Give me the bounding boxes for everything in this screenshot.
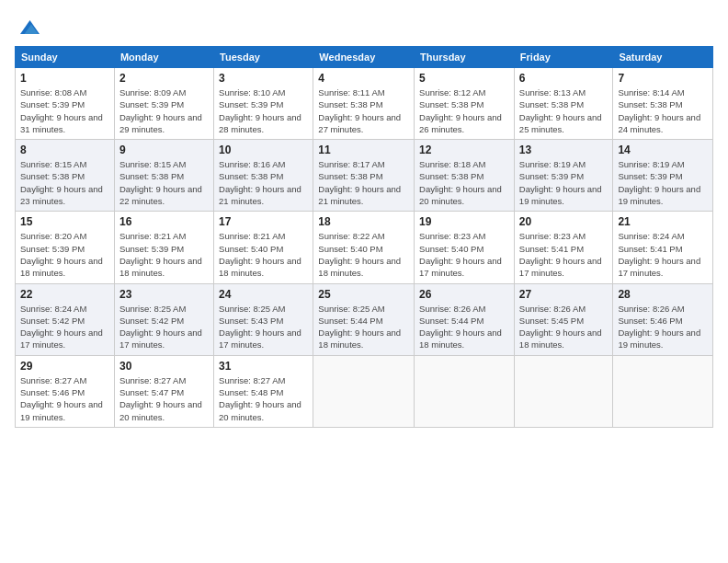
day-detail: Sunrise: 8:19 AMSunset: 5:39 PMDaylight:… bbox=[618, 158, 708, 207]
calendar-day-17: 17Sunrise: 8:21 AMSunset: 5:40 PMDayligh… bbox=[214, 212, 313, 283]
empty-cell bbox=[415, 355, 515, 427]
logo-icon bbox=[15, 15, 42, 37]
day-number: 8 bbox=[20, 144, 109, 156]
day-detail: Sunrise: 8:19 AMSunset: 5:39 PMDaylight:… bbox=[519, 158, 609, 207]
calendar-day-9: 9Sunrise: 8:15 AMSunset: 5:38 PMDaylight… bbox=[114, 140, 213, 212]
day-number: 30 bbox=[119, 360, 209, 373]
calendar-day-13: 13Sunrise: 8:19 AMSunset: 5:39 PMDayligh… bbox=[514, 140, 613, 212]
calendar-day-26: 26Sunrise: 8:26 AMSunset: 5:44 PMDayligh… bbox=[415, 283, 515, 355]
day-detail: Sunrise: 8:21 AMSunset: 5:40 PMDaylight:… bbox=[219, 230, 308, 279]
day-detail: Sunrise: 8:11 AMSunset: 5:38 PMDaylight:… bbox=[318, 86, 409, 135]
day-number: 26 bbox=[419, 288, 509, 301]
weekday-header-friday: Friday bbox=[514, 47, 613, 68]
calendar-day-15: 15Sunrise: 8:20 AMSunset: 5:39 PMDayligh… bbox=[16, 212, 115, 283]
day-detail: Sunrise: 8:26 AMSunset: 5:45 PMDaylight:… bbox=[519, 303, 609, 351]
day-detail: Sunrise: 8:26 AMSunset: 5:46 PMDaylight:… bbox=[618, 303, 708, 351]
calendar-day-22: 22Sunrise: 8:24 AMSunset: 5:42 PMDayligh… bbox=[16, 283, 115, 355]
calendar-week-2: 8Sunrise: 8:15 AMSunset: 5:38 PMDaylight… bbox=[16, 140, 713, 212]
calendar-day-2: 2Sunrise: 8:09 AMSunset: 5:39 PMDaylight… bbox=[114, 68, 213, 140]
day-detail: Sunrise: 8:08 AMSunset: 5:39 PMDaylight:… bbox=[20, 86, 109, 135]
day-number: 21 bbox=[618, 215, 708, 228]
day-detail: Sunrise: 8:13 AMSunset: 5:38 PMDaylight:… bbox=[519, 86, 609, 135]
calendar-day-3: 3Sunrise: 8:10 AMSunset: 5:39 PMDaylight… bbox=[214, 68, 313, 140]
empty-cell bbox=[514, 355, 613, 427]
day-detail: Sunrise: 8:21 AMSunset: 5:39 PMDaylight:… bbox=[119, 230, 209, 279]
calendar-day-20: 20Sunrise: 8:23 AMSunset: 5:41 PMDayligh… bbox=[514, 212, 613, 283]
calendar-day-4: 4Sunrise: 8:11 AMSunset: 5:38 PMDaylight… bbox=[313, 68, 415, 140]
day-number: 27 bbox=[519, 288, 609, 301]
calendar-day-31: 31Sunrise: 8:27 AMSunset: 5:48 PMDayligh… bbox=[214, 355, 313, 427]
weekday-header-saturday: Saturday bbox=[613, 47, 713, 68]
day-number: 14 bbox=[618, 144, 708, 156]
day-number: 1 bbox=[20, 72, 109, 85]
weekday-header-tuesday: Tuesday bbox=[214, 47, 313, 68]
weekday-header-monday: Monday bbox=[114, 47, 213, 68]
calendar-day-8: 8Sunrise: 8:15 AMSunset: 5:38 PMDaylight… bbox=[16, 140, 115, 212]
day-number: 2 bbox=[119, 72, 209, 85]
calendar-week-1: 1Sunrise: 8:08 AMSunset: 5:39 PMDaylight… bbox=[16, 68, 713, 140]
day-number: 23 bbox=[119, 288, 209, 301]
day-number: 29 bbox=[20, 360, 109, 373]
day-number: 19 bbox=[419, 215, 509, 228]
day-detail: Sunrise: 8:25 AMSunset: 5:43 PMDaylight:… bbox=[219, 303, 308, 351]
calendar-day-7: 7Sunrise: 8:14 AMSunset: 5:38 PMDaylight… bbox=[613, 68, 713, 140]
calendar-day-27: 27Sunrise: 8:26 AMSunset: 5:45 PMDayligh… bbox=[514, 283, 613, 355]
logo bbox=[15, 15, 46, 37]
calendar-day-14: 14Sunrise: 8:19 AMSunset: 5:39 PMDayligh… bbox=[613, 140, 713, 212]
day-detail: Sunrise: 8:25 AMSunset: 5:42 PMDaylight:… bbox=[119, 303, 209, 351]
empty-cell bbox=[313, 355, 415, 427]
day-number: 25 bbox=[318, 288, 409, 301]
calendar-day-23: 23Sunrise: 8:25 AMSunset: 5:42 PMDayligh… bbox=[114, 283, 213, 355]
weekday-header-sunday: Sunday bbox=[16, 47, 115, 68]
calendar-day-21: 21Sunrise: 8:24 AMSunset: 5:41 PMDayligh… bbox=[613, 212, 713, 283]
weekday-header-wednesday: Wednesday bbox=[313, 47, 415, 68]
day-number: 18 bbox=[318, 215, 409, 228]
page-container: SundayMondayTuesdayWednesdayThursdayFrid… bbox=[0, 0, 728, 435]
day-detail: Sunrise: 8:16 AMSunset: 5:38 PMDaylight:… bbox=[219, 158, 308, 207]
calendar-day-18: 18Sunrise: 8:22 AMSunset: 5:40 PMDayligh… bbox=[313, 212, 415, 283]
day-number: 16 bbox=[119, 215, 209, 228]
day-number: 20 bbox=[519, 215, 609, 228]
day-number: 6 bbox=[519, 72, 609, 85]
day-detail: Sunrise: 8:27 AMSunset: 5:46 PMDaylight:… bbox=[20, 374, 109, 423]
day-number: 17 bbox=[219, 215, 308, 228]
day-detail: Sunrise: 8:23 AMSunset: 5:41 PMDaylight:… bbox=[519, 230, 609, 279]
day-detail: Sunrise: 8:26 AMSunset: 5:44 PMDaylight:… bbox=[419, 303, 509, 351]
weekday-header-row: SundayMondayTuesdayWednesdayThursdayFrid… bbox=[16, 47, 713, 68]
calendar-week-4: 22Sunrise: 8:24 AMSunset: 5:42 PMDayligh… bbox=[16, 283, 713, 355]
calendar-day-30: 30Sunrise: 8:27 AMSunset: 5:47 PMDayligh… bbox=[114, 355, 213, 427]
day-number: 4 bbox=[318, 72, 409, 85]
day-detail: Sunrise: 8:17 AMSunset: 5:38 PMDaylight:… bbox=[318, 158, 409, 207]
calendar-day-25: 25Sunrise: 8:25 AMSunset: 5:44 PMDayligh… bbox=[313, 283, 415, 355]
calendar-day-16: 16Sunrise: 8:21 AMSunset: 5:39 PMDayligh… bbox=[114, 212, 213, 283]
day-number: 22 bbox=[20, 288, 109, 301]
day-detail: Sunrise: 8:18 AMSunset: 5:38 PMDaylight:… bbox=[419, 158, 509, 207]
calendar-day-12: 12Sunrise: 8:18 AMSunset: 5:38 PMDayligh… bbox=[415, 140, 515, 212]
calendar-day-28: 28Sunrise: 8:26 AMSunset: 5:46 PMDayligh… bbox=[613, 283, 713, 355]
calendar-day-11: 11Sunrise: 8:17 AMSunset: 5:38 PMDayligh… bbox=[313, 140, 415, 212]
day-detail: Sunrise: 8:15 AMSunset: 5:38 PMDaylight:… bbox=[119, 158, 209, 207]
calendar-day-1: 1Sunrise: 8:08 AMSunset: 5:39 PMDaylight… bbox=[16, 68, 115, 140]
day-number: 28 bbox=[618, 288, 708, 301]
day-detail: Sunrise: 8:27 AMSunset: 5:48 PMDaylight:… bbox=[219, 374, 308, 423]
weekday-header-thursday: Thursday bbox=[415, 47, 515, 68]
empty-cell bbox=[613, 355, 713, 427]
day-number: 9 bbox=[119, 144, 209, 156]
calendar-day-19: 19Sunrise: 8:23 AMSunset: 5:40 PMDayligh… bbox=[415, 212, 515, 283]
calendar-day-6: 6Sunrise: 8:13 AMSunset: 5:38 PMDaylight… bbox=[514, 68, 613, 140]
day-detail: Sunrise: 8:20 AMSunset: 5:39 PMDaylight:… bbox=[20, 230, 109, 279]
day-number: 15 bbox=[20, 215, 109, 228]
day-number: 10 bbox=[219, 144, 308, 156]
day-detail: Sunrise: 8:25 AMSunset: 5:44 PMDaylight:… bbox=[318, 303, 409, 351]
day-detail: Sunrise: 8:22 AMSunset: 5:40 PMDaylight:… bbox=[318, 230, 409, 279]
day-detail: Sunrise: 8:14 AMSunset: 5:38 PMDaylight:… bbox=[618, 86, 708, 135]
page-header bbox=[15, 15, 713, 37]
day-number: 3 bbox=[219, 72, 308, 85]
calendar-table: SundayMondayTuesdayWednesdayThursdayFrid… bbox=[15, 46, 713, 428]
calendar-day-10: 10Sunrise: 8:16 AMSunset: 5:38 PMDayligh… bbox=[214, 140, 313, 212]
day-detail: Sunrise: 8:23 AMSunset: 5:40 PMDaylight:… bbox=[419, 230, 509, 279]
day-detail: Sunrise: 8:12 AMSunset: 5:38 PMDaylight:… bbox=[419, 86, 509, 135]
calendar-week-3: 15Sunrise: 8:20 AMSunset: 5:39 PMDayligh… bbox=[16, 212, 713, 283]
day-number: 13 bbox=[519, 144, 609, 156]
day-number: 12 bbox=[419, 144, 509, 156]
